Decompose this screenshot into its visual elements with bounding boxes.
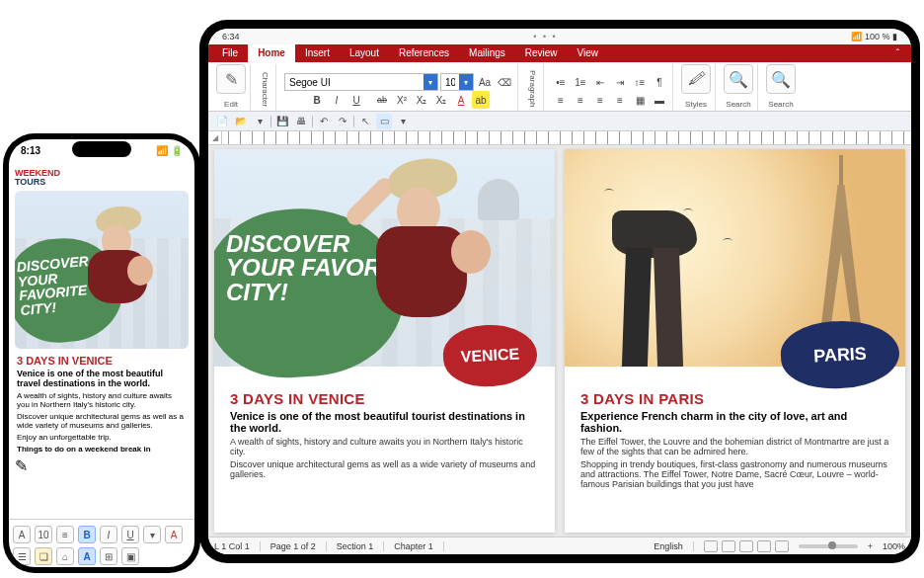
zoom-value[interactable]: 100%: [883, 541, 905, 551]
page-2[interactable]: WEEKEND TOURS PARIS 3 DAYS IN PARIS Expe…: [565, 149, 905, 533]
font-color-button[interactable]: A: [452, 91, 470, 109]
edit-button[interactable]: ✎: [216, 64, 246, 94]
qa-drop2-icon[interactable]: ▾: [395, 114, 411, 129]
phone-align-btn[interactable]: ≡: [56, 526, 74, 543]
edit-label: Edit: [224, 100, 238, 109]
phone-time: 8:13: [21, 145, 40, 156]
indent-button[interactable]: ⇥: [611, 73, 629, 91]
phone-underline-btn[interactable]: U: [121, 526, 139, 543]
align-center-button[interactable]: ≡: [572, 91, 589, 109]
view-mode-5-icon[interactable]: [775, 540, 789, 552]
zoom-plus-icon[interactable]: +: [868, 541, 873, 551]
outdent-button[interactable]: ⇤: [591, 73, 609, 91]
tablet-device: 6:34 • • • 📶 100 % ▮ File Home Insert La…: [199, 20, 920, 563]
tab-review[interactable]: Review: [515, 44, 568, 62]
phone-tool1-btn[interactable]: ❏: [35, 547, 52, 565]
view-mode-1-icon[interactable]: [704, 540, 718, 552]
bold-button[interactable]: B: [308, 91, 326, 109]
tab-view[interactable]: View: [568, 44, 609, 62]
phone-italic-btn[interactable]: I: [100, 526, 117, 543]
phone-edit-fab[interactable]: ✎: [15, 456, 189, 475]
tab-references[interactable]: References: [389, 44, 459, 62]
phone-tool4-btn[interactable]: ⊞: [100, 547, 117, 565]
font-name-input[interactable]: [285, 74, 424, 90]
highlight-button[interactable]: ab: [472, 91, 490, 109]
list-number-button[interactable]: 1≡: [572, 73, 589, 91]
qa-print-icon[interactable]: 🖶: [293, 114, 309, 129]
status-page[interactable]: Page 1 of 2: [270, 541, 327, 551]
font-size-dropdown-icon[interactable]: ▾: [459, 74, 473, 90]
ruler[interactable]: ◢: [208, 131, 911, 145]
phone-tool3-btn[interactable]: A: [78, 547, 96, 565]
ruler-scale[interactable]: [228, 131, 905, 144]
clear-format-button[interactable]: ⌫: [496, 73, 513, 91]
font-size-combo[interactable]: ▾: [440, 73, 474, 91]
strike-button[interactable]: ab: [373, 91, 391, 109]
qa-save-icon[interactable]: 💾: [274, 114, 290, 129]
qa-new-icon[interactable]: 📄: [214, 114, 230, 129]
zoom-slider[interactable]: [799, 544, 858, 548]
qa-object-icon[interactable]: ▭: [376, 114, 392, 129]
subscript-button[interactable]: X₂: [413, 91, 430, 109]
styles-button[interactable]: 🖉: [681, 64, 711, 94]
view-mode-3-icon[interactable]: [739, 540, 753, 552]
tab-insert[interactable]: Insert: [295, 44, 340, 62]
pilcrow-button[interactable]: ¶: [651, 73, 668, 91]
qa-undo-icon[interactable]: ↶: [316, 114, 332, 129]
phone-list-btn[interactable]: ☰: [13, 547, 31, 565]
qa-redo-icon[interactable]: ↷: [335, 114, 350, 129]
borders-button[interactable]: ▦: [631, 91, 649, 109]
phone-heading: 3 DAYS IN VENICE: [17, 355, 187, 367]
tab-mailings[interactable]: Mailings: [459, 44, 515, 62]
qa-drop-icon[interactable]: ▾: [252, 114, 268, 129]
align-justify-button[interactable]: ≡: [611, 91, 629, 109]
tab-layout[interactable]: Layout: [340, 44, 389, 62]
p1-body[interactable]: 3 DAYS IN VENICE Venice is one of the mo…: [214, 367, 555, 490]
phone-document[interactable]: WEEKEND TOURS DISCOVER YOUR FAVORITE CIT…: [9, 161, 194, 519]
phone-lede: Venice is one of the most beautiful trav…: [17, 369, 187, 388]
phone-font-color-btn[interactable]: A: [165, 526, 183, 543]
italic-button[interactable]: I: [328, 91, 346, 109]
phone-bold-btn[interactable]: B: [78, 526, 96, 543]
status-language[interactable]: English: [654, 541, 694, 551]
list-bullet-button[interactable]: •≡: [552, 73, 570, 91]
p1-p2: Discover unique architectural gems as we…: [230, 459, 539, 479]
document-area[interactable]: WEEKEND TOURS DISCOVER YOUR FAVORITE CIT…: [208, 145, 911, 537]
phone-screen: 8:13 📶 🔋 WEEKEND TOURS DISCOVER YOUR FAV…: [9, 139, 194, 567]
line-spacing-button[interactable]: ↕≡: [631, 73, 649, 91]
case-button[interactable]: Aa: [476, 73, 494, 91]
search-button[interactable]: 🔍: [724, 64, 753, 94]
status-cursor[interactable]: L 1 Col 1: [214, 541, 261, 551]
page-1[interactable]: WEEKEND TOURS DISCOVER YOUR FAVORITE CIT…: [214, 149, 555, 533]
tab-home[interactable]: Home: [248, 44, 295, 62]
superscript-button[interactable]: X²: [393, 91, 411, 109]
phone-body-text[interactable]: 3 DAYS IN VENICE Venice is one of the mo…: [15, 349, 189, 454]
align-right-button[interactable]: ≡: [591, 91, 609, 109]
font-name-dropdown-icon[interactable]: ▾: [424, 74, 437, 90]
view-mode-4-icon[interactable]: [757, 540, 771, 552]
align-left-button[interactable]: ≡: [552, 91, 570, 109]
font-size-input[interactable]: [441, 74, 459, 90]
qa-open-icon[interactable]: 📂: [233, 114, 249, 129]
ribbon-tabs: File Home Insert Layout References Maili…: [208, 44, 911, 62]
view-mode-2-icon[interactable]: [722, 540, 735, 552]
search2-button[interactable]: 🔍: [766, 64, 796, 94]
phone-tool2-btn[interactable]: ⌂: [56, 547, 74, 565]
shading-button[interactable]: ▬: [651, 91, 668, 109]
underline-button[interactable]: U: [347, 91, 365, 109]
ribbon-collapse-icon[interactable]: ˆ: [888, 48, 907, 59]
status-section[interactable]: Section 1: [337, 541, 385, 551]
tablet-status-bar: 6:34 • • • 📶 100 % ▮: [208, 29, 911, 44]
font-name-combo[interactable]: ▾: [284, 73, 438, 91]
subscript2-button[interactable]: X₂: [432, 91, 450, 109]
tab-file[interactable]: File: [212, 44, 248, 62]
status-chapter[interactable]: Chapter 1: [394, 541, 444, 551]
phone-font-size-btn[interactable]: A: [13, 526, 31, 543]
group-font: ▾ ▾ Aa ⌫ B I U ab X² X₂: [280, 64, 518, 111]
qa-pointer-icon[interactable]: ↖: [357, 114, 373, 129]
phone-ruler-btn[interactable]: 10: [35, 526, 52, 543]
phone-tool5-btn[interactable]: ▣: [121, 547, 139, 565]
p2-p1: The Eiffel Tower, the Louvre and the boh…: [580, 437, 889, 456]
phone-more-btn[interactable]: ▾: [143, 526, 161, 543]
phone-p2: Discover unique architectural gems as we…: [17, 412, 187, 430]
